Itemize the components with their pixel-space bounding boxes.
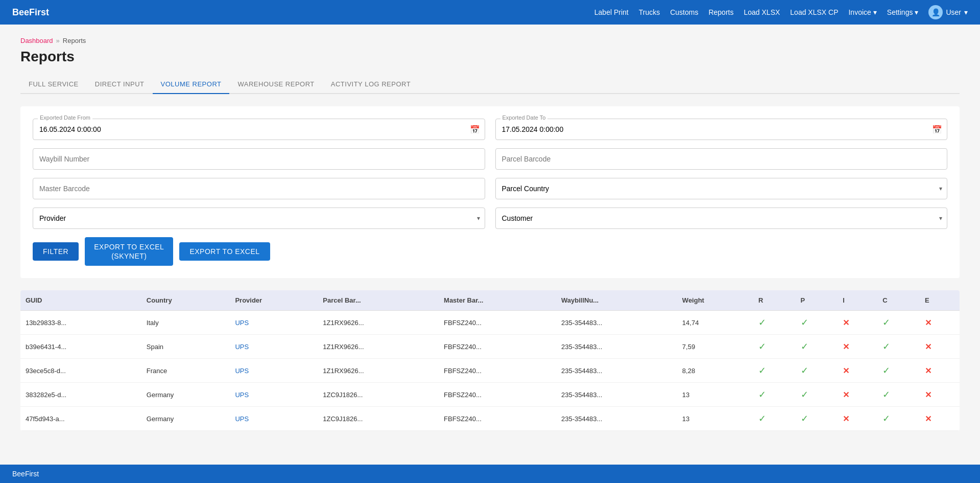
provider-select[interactable]: Provider	[33, 208, 485, 229]
nav-load-xlsx[interactable]: Load XLSX	[744, 8, 780, 16]
nav-reports[interactable]: Reports	[708, 8, 733, 16]
check-icon: ✓	[758, 341, 766, 352]
cell-p: ✓	[796, 383, 838, 407]
cell-weight: 13	[677, 383, 753, 407]
nav-load-xlsx-cp[interactable]: Load XLSX CP	[790, 8, 838, 16]
nav-customs[interactable]: Customs	[670, 8, 698, 16]
cell-r: ✓	[753, 359, 796, 383]
cell-provider: UPS	[230, 407, 318, 431]
cell-waybill: 235-354483...	[556, 407, 677, 431]
filter-row-waybill	[33, 148, 947, 170]
master-barcode-input[interactable]	[33, 178, 485, 199]
check-icon: ✓	[882, 389, 890, 400]
check-icon: ✓	[882, 413, 890, 424]
cell-r: ✓	[753, 311, 796, 335]
filter-row-dates: Exported Date From 📅 Exported Date To 📅	[33, 119, 947, 140]
cell-i: ✕	[838, 311, 877, 335]
export-skynet-button[interactable]: EXPORT TO EXCEL (SKYNET)	[85, 237, 173, 266]
breadcrumb-separator: »	[56, 37, 60, 44]
cell-c: ✓	[877, 383, 920, 407]
breadcrumb-current: Reports	[63, 37, 86, 44]
exported-date-to-input[interactable]	[495, 119, 948, 140]
check-icon: ✓	[801, 365, 808, 376]
cross-icon: ✕	[843, 415, 849, 423]
cell-i: ✕	[838, 383, 877, 407]
user-menu[interactable]: 👤 User ▾	[928, 5, 968, 19]
master-barcode-field	[33, 178, 485, 199]
cell-c: ✓	[877, 311, 920, 335]
cell-p: ✓	[796, 335, 838, 359]
export-excel-button[interactable]: EXPORT TO EXCEL	[179, 242, 270, 261]
check-icon: ✓	[758, 389, 766, 400]
cross-icon: ✕	[925, 366, 931, 375]
tab-activity-log[interactable]: ACTIVITY LOG REPORT	[323, 75, 419, 94]
waybill-number-input[interactable]	[33, 148, 485, 170]
cell-p: ✓	[796, 311, 838, 335]
cross-icon: ✕	[843, 390, 849, 399]
nav-label-print[interactable]: Label Print	[594, 8, 629, 16]
cell-master-bar: FBFSZ240...	[439, 335, 556, 359]
breadcrumb-dashboard[interactable]: Dashboard	[20, 37, 53, 44]
cell-e: ✕	[920, 407, 960, 431]
cell-parcel-bar: 1ZC9J1826...	[318, 383, 439, 407]
check-icon: ✓	[801, 317, 808, 328]
tab-warehouse-report[interactable]: WAREHOUSE REPORT	[229, 75, 322, 94]
table-header-row: GUID Country Provider Parcel Bar... Mast…	[20, 290, 960, 311]
col-weight: Weight	[677, 290, 753, 311]
cell-master-bar: FBFSZ240...	[439, 383, 556, 407]
exported-date-from-input[interactable]	[33, 119, 485, 140]
tab-volume-report[interactable]: VOLUME REPORT	[153, 75, 230, 94]
exported-date-to-field: Exported Date To 📅	[495, 119, 948, 140]
col-country: Country	[141, 290, 230, 311]
nav-trucks[interactable]: Trucks	[639, 8, 660, 16]
footer-brand: BeeFirst	[12, 470, 39, 478]
cell-country: France	[141, 359, 230, 383]
check-icon: ✓	[882, 341, 890, 352]
col-e: E	[920, 290, 960, 311]
cell-waybill: 235-354483...	[556, 383, 677, 407]
export-skynet-line2: (SKYNET)	[111, 252, 147, 260]
cell-waybill: 235-354483...	[556, 311, 677, 335]
filter-button[interactable]: FILTER	[33, 242, 79, 261]
nav-settings[interactable]: Settings ▾	[887, 8, 919, 16]
check-icon: ✓	[882, 365, 890, 376]
col-parcel-bar: Parcel Bar...	[318, 290, 439, 311]
col-r: R	[753, 290, 796, 311]
cell-parcel-bar: 1Z1RX9626...	[318, 335, 439, 359]
tab-full-service[interactable]: FULL SERVICE	[20, 75, 87, 94]
calendar-from-icon[interactable]: 📅	[470, 125, 480, 134]
user-avatar: 👤	[928, 5, 943, 19]
table-row: 13b29833-8... Italy UPS 1Z1RX9626... FBF…	[20, 311, 960, 335]
cell-guid: 47f5d943-a...	[20, 407, 141, 431]
button-row: FILTER EXPORT TO EXCEL (SKYNET) EXPORT T…	[33, 237, 947, 266]
cell-master-bar: FBFSZ240...	[439, 407, 556, 431]
table-body: 13b29833-8... Italy UPS 1Z1RX9626... FBF…	[20, 311, 960, 431]
cell-country: Germany	[141, 383, 230, 407]
calendar-to-icon[interactable]: 📅	[932, 125, 942, 134]
parcel-barcode-input[interactable]	[495, 148, 948, 170]
table-header: GUID Country Provider Parcel Bar... Mast…	[20, 290, 960, 311]
chevron-down-icon: ▾	[873, 8, 877, 16]
col-waybill: WaybillNu...	[556, 290, 677, 311]
check-icon: ✓	[801, 341, 808, 352]
cross-icon: ✕	[925, 342, 931, 351]
exported-date-to-label: Exported Date To	[500, 114, 548, 121]
tab-direct-input[interactable]: DIRECT INPUT	[87, 75, 153, 94]
cell-weight: 14,74	[677, 311, 753, 335]
chevron-down-icon: ▾	[964, 8, 968, 16]
parcel-country-field: Parcel Country ▾	[495, 178, 948, 199]
customer-select[interactable]: Customer	[495, 208, 948, 229]
footer: BeeFirst	[0, 465, 980, 483]
parcel-barcode-field	[495, 148, 948, 170]
cross-icon: ✕	[843, 342, 849, 351]
check-icon: ✓	[801, 389, 808, 400]
parcel-country-select[interactable]: Parcel Country	[495, 178, 948, 199]
table-row: 383282e5-d... Germany UPS 1ZC9J1826... F…	[20, 383, 960, 407]
col-guid: GUID	[20, 290, 141, 311]
customer-field: Customer ▾	[495, 208, 948, 229]
cell-provider: UPS	[230, 335, 318, 359]
cross-icon: ✕	[925, 415, 931, 423]
brand-logo: BeeFirst	[12, 7, 49, 18]
nav-invoice[interactable]: Invoice ▾	[848, 8, 876, 16]
cell-master-bar: FBFSZ240...	[439, 311, 556, 335]
